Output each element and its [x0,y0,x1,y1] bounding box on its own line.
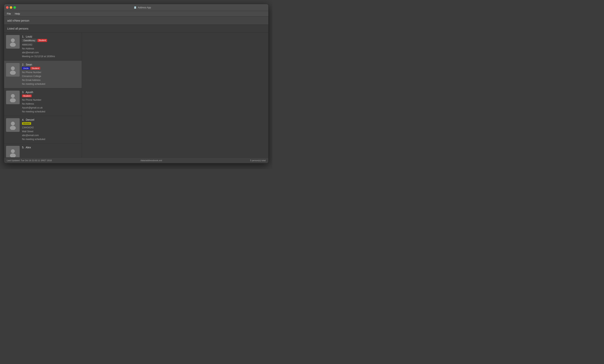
person-email: abc@email.com [22,51,80,54]
person-address: No Address [22,47,80,50]
list-item[interactable]: 3. Ayush Student No Phone NumberNo Addre… [4,88,82,116]
svg-point-6 [11,122,15,126]
person-phone: No Phone Number [22,98,80,102]
menu-bar: File Help [4,11,268,16]
person-address: No Address [22,102,80,106]
person-info: 4. Denzel Worker 134434242Wall Streetabc… [22,118,80,141]
close-button[interactable] [6,6,9,9]
person-address: Wall Street [22,130,80,133]
list-item[interactable]: 5. Alex [4,144,82,157]
status-file-path: ./data/addressbook.xml [140,159,162,162]
main-content: 1. Louiz OwesMoneyStudent 48883392No Add… [4,33,268,157]
title-bar: 📇 Address App [4,4,268,11]
svg-point-2 [11,66,15,70]
svg-point-7 [10,126,16,130]
svg-point-9 [10,153,16,157]
minimize-button[interactable] [10,6,12,9]
status-total: 5 person(s) total [250,159,266,162]
person-phone: 134434242 [22,126,80,129]
maximize-button[interactable] [13,6,16,9]
person-info: 1. Louiz OwesMoneyStudent 48883392No Add… [22,35,80,58]
avatar [6,146,20,157]
person-email: abc@email.com [22,133,80,137]
person-list[interactable]: 1. Louiz OwesMoneyStudent 48883392No Add… [4,33,82,157]
tag-student: Student [22,95,32,97]
person-meeting: No meeting scheduled [22,137,80,141]
status-bar: Last Updated: Tue Oct 16 21:02:11 SRET 2… [4,157,268,163]
svg-point-3 [10,71,16,75]
person-info: 2. Sean UncleStudent No Phone NumberCinn… [22,63,80,86]
content-header: Listed all persons [4,25,268,33]
tag-student: Student [37,39,47,42]
window-title: Address App [138,6,151,9]
person-tags: UncleStudent [22,67,80,70]
svg-point-0 [11,38,15,42]
person-phone: No Phone Number [22,71,80,74]
avatar [6,35,20,49]
status-last-updated: Last Updated: Tue Oct 16 21:02:11 SRET 2… [7,159,52,162]
person-email: Ayush@gmail.co.uk [22,106,80,109]
address-book-icon: 📇 [134,6,137,9]
tag-uncle: Uncle [22,67,30,70]
person-meeting: No meeting scheduled [22,110,80,113]
detail-panel [82,33,268,157]
person-address: Cinnamon College [22,74,80,78]
person-info: 3. Ayush Student No Phone NumberNo Addre… [22,91,80,113]
person-tags: Worker [22,122,80,125]
svg-point-5 [10,98,16,102]
svg-point-1 [10,43,16,47]
tag-student: Student [31,67,40,70]
list-item[interactable]: 4. Denzel Worker 134434242Wall Streetabc… [4,116,82,144]
person-name: 5. Alex [22,146,80,149]
tag-owes-money: OwesMoney [22,39,37,42]
person-name: 3. Ayush [22,91,80,94]
person-name: 2. Sean [22,63,80,66]
tag-worker: Worker [22,122,31,125]
avatar [6,63,20,77]
menu-help[interactable]: Help [15,12,20,15]
person-name: 1. Louiz [22,35,80,38]
command-text: add n/New person [7,19,29,22]
listed-label: Listed all persons [7,27,28,30]
person-name: 4. Denzel [22,118,80,121]
avatar [6,118,20,132]
person-email: No Email Address [22,78,80,82]
command-bar: add n/New person [4,16,268,25]
person-phone: 48883392 [22,43,80,47]
list-item[interactable]: 1. Louiz OwesMoneyStudent 48883392No Add… [4,33,82,61]
avatar [6,91,20,104]
person-tags: OwesMoneyStudent [22,39,80,42]
person-info: 5. Alex [22,146,80,149]
traffic-lights [6,6,16,9]
svg-point-4 [11,94,15,98]
person-tags: Student [22,95,80,97]
person-meeting: No meeting scheduled [22,82,80,86]
person-meeting: Meeting on 31/12/18 at 1630hrs [22,55,80,58]
svg-point-8 [11,149,15,153]
title-center: 📇 Address App [18,6,266,9]
main-window: 📇 Address App File Help add n/New person… [4,4,268,163]
list-item[interactable]: 2. Sean UncleStudent No Phone NumberCinn… [4,61,82,88]
menu-file[interactable]: File [7,12,11,15]
